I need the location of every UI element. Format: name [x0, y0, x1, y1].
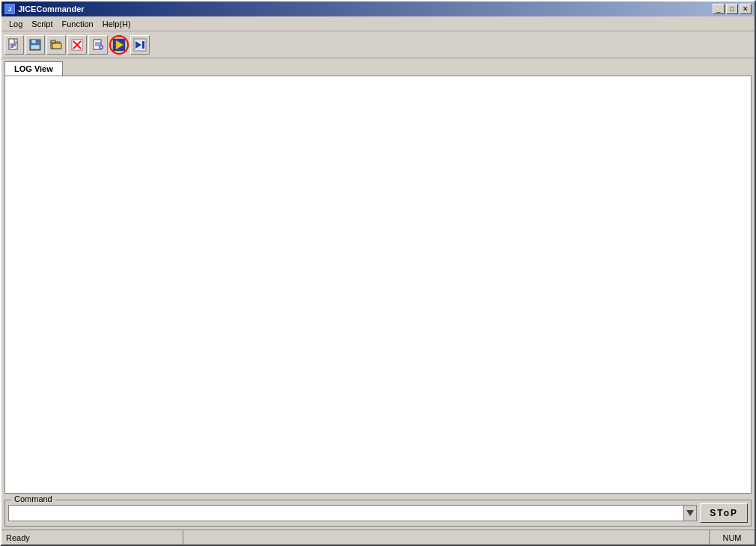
status-middle: [183, 530, 710, 545]
command-legend: Command: [11, 494, 55, 503]
main-content: LOG View: [1, 58, 755, 497]
main-window: J JICECommander _ □ ✕ Log Script Functio…: [0, 0, 756, 546]
svg-marker-25: [686, 510, 694, 516]
status-bar: Ready NUM: [1, 530, 755, 545]
svg-rect-5: [31, 40, 36, 43]
command-group: Command SToP: [4, 500, 752, 527]
minimize-button[interactable]: _: [713, 4, 725, 14]
app-icon: J: [4, 4, 15, 14]
log-view-panel: [4, 76, 752, 494]
command-input-wrapper: [8, 505, 697, 521]
title-bar-left: J JICECommander: [4, 4, 85, 14]
step-toolbar-button[interactable]: [130, 35, 150, 55]
toolbar: [1, 31, 755, 58]
tab-log-view[interactable]: LOG View: [4, 61, 63, 76]
bottom-section: Command SToP: [1, 497, 755, 530]
window-title: JICECommander: [18, 4, 85, 13]
svg-rect-24: [142, 41, 144, 49]
tab-bar: LOG View: [4, 61, 752, 76]
new-toolbar-button[interactable]: [4, 35, 24, 55]
menu-help[interactable]: Help(H): [98, 18, 135, 30]
svg-rect-9: [52, 43, 61, 49]
command-dropdown-button[interactable]: [683, 505, 697, 521]
open-toolbar-button[interactable]: [46, 35, 66, 55]
stop-button[interactable]: SToP: [700, 503, 748, 523]
svg-rect-8: [51, 40, 55, 43]
run-toolbar-button[interactable]: [109, 35, 129, 55]
menu-function[interactable]: Function: [57, 18, 97, 30]
svg-rect-6: [31, 45, 40, 49]
command-input[interactable]: [8, 505, 683, 521]
title-buttons: _ □ ✕: [713, 4, 752, 14]
menu-script[interactable]: Script: [27, 18, 57, 30]
menu-log[interactable]: Log: [4, 18, 27, 30]
status-num: NUM: [710, 530, 755, 545]
debug-toolbar-button[interactable]: [88, 35, 108, 55]
close-toolbar-button[interactable]: [67, 35, 87, 55]
save-toolbar-button[interactable]: [25, 35, 45, 55]
status-ready: Ready: [1, 530, 183, 545]
title-bar: J JICECommander _ □ ✕: [1, 1, 755, 16]
menu-bar: Log Script Function Help(H): [1, 16, 755, 31]
maximize-button[interactable]: □: [726, 4, 738, 14]
close-button[interactable]: ✕: [740, 4, 752, 14]
